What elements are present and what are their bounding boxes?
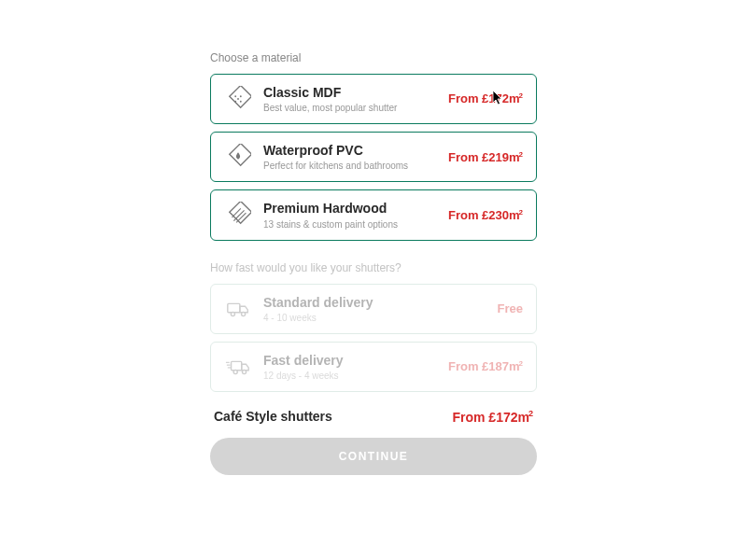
- configurator-panel: Choose a material Classic MDF Best value…: [210, 51, 537, 560]
- option-title: Fast delivery: [263, 352, 448, 369]
- option-body: Standard delivery 4 - 10 weeks: [263, 294, 498, 324]
- option-price: From £230m2: [448, 208, 523, 222]
- option-body: Premium Hardwood 13 stains & custom pain…: [263, 200, 448, 230]
- summary-row: Café Style shutters From £172m2: [210, 399, 537, 438]
- option-body: Fast delivery 12 days - 4 weeks: [263, 352, 448, 382]
- material-option-hardwood[interactable]: Premium Hardwood 13 stains & custom pain…: [210, 189, 537, 240]
- delivery-option-fast[interactable]: Fast delivery 12 days - 4 weeks From £18…: [210, 342, 537, 392]
- svg-rect-6: [230, 144, 251, 165]
- svg-point-13: [242, 312, 246, 315]
- hardwood-icon: [224, 201, 252, 229]
- svg-point-3: [237, 98, 239, 100]
- option-title: Waterproof PVC: [263, 142, 448, 159]
- svg-point-5: [240, 101, 242, 103]
- option-title: Classic MDF: [263, 84, 448, 101]
- svg-line-8: [232, 209, 240, 217]
- svg-point-1: [234, 95, 236, 97]
- summary-price: From £172m2: [452, 409, 533, 425]
- svg-point-4: [234, 101, 236, 103]
- mdf-icon: [224, 85, 252, 113]
- svg-rect-7: [230, 202, 251, 223]
- option-body: Classic MDF Best value, most popular shu…: [263, 84, 448, 114]
- option-price: Free: [498, 301, 523, 315]
- option-body: Waterproof PVC Perfect for kitchens and …: [263, 142, 448, 172]
- option-subtitle: 13 stains & custom paint options: [263, 218, 448, 231]
- option-subtitle: Best value, most popular shutter: [263, 102, 448, 114]
- truck-icon: [224, 295, 252, 323]
- material-section-label: Choose a material: [210, 51, 537, 64]
- svg-point-2: [240, 95, 242, 97]
- option-price: From £172m2: [448, 91, 523, 105]
- delivery-option-standard[interactable]: Standard delivery 4 - 10 weeks Free: [210, 284, 537, 334]
- svg-point-18: [233, 370, 237, 373]
- summary-title: Café Style shutters: [214, 409, 332, 424]
- svg-rect-11: [228, 303, 240, 312]
- pvc-icon: [224, 143, 252, 171]
- option-subtitle: 4 - 10 weeks: [263, 312, 498, 324]
- svg-point-19: [242, 370, 246, 373]
- material-option-pvc[interactable]: Waterproof PVC Perfect for kitchens and …: [210, 132, 537, 182]
- option-price: From £219m2: [448, 150, 523, 164]
- option-title: Premium Hardwood: [263, 200, 448, 217]
- delivery-section-label: How fast would you like your shutters?: [210, 261, 537, 274]
- svg-point-12: [231, 312, 234, 315]
- svg-line-10: [236, 214, 246, 223]
- material-option-mdf[interactable]: Classic MDF Best value, most popular shu…: [210, 74, 537, 124]
- option-title: Standard delivery: [263, 294, 498, 311]
- option-subtitle: 12 days - 4 weeks: [263, 370, 448, 382]
- option-subtitle: Perfect for kitchens and bathrooms: [263, 160, 448, 172]
- option-price: From £187m2: [448, 359, 523, 373]
- svg-rect-17: [232, 361, 242, 370]
- fast-truck-icon: [224, 353, 252, 381]
- continue-button[interactable]: CONTINUE: [210, 438, 537, 475]
